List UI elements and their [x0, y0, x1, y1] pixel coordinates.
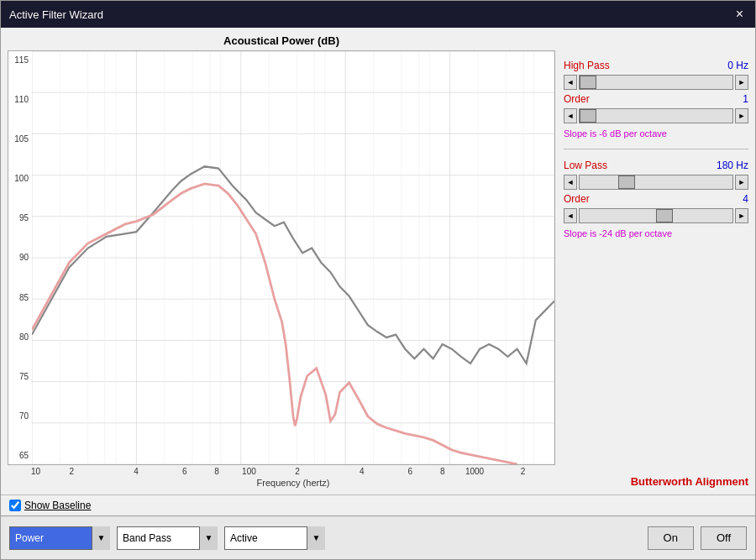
x-axis-title: Frequency (hertz) [8, 478, 555, 488]
high-pass-order-slider-thumb[interactable] [580, 109, 596, 123]
high-pass-slider-row: ◄ ► [564, 75, 748, 90]
high-pass-group: High Pass 0 Hz ◄ ► Order 1 ◄ [564, 60, 748, 139]
power-dropdown[interactable]: Power SPL Impedance [9, 526, 110, 550]
y-label-75: 75 [8, 372, 29, 381]
x-label-2b: 2 [265, 467, 330, 476]
title-bar: Active Filter Wizard × [1, 1, 755, 28]
low-pass-order-slider-thumb[interactable] [656, 209, 673, 222]
y-label-115: 115 [8, 55, 29, 65]
high-pass-order-left-arrow[interactable]: ◄ [564, 108, 577, 123]
low-pass-group: Low Pass 180 Hz ◄ ► Order 4 ◄ [564, 160, 748, 238]
low-pass-order-slider-track[interactable] [579, 208, 733, 223]
show-baseline-group: Show Baseline [9, 500, 91, 511]
y-label-80: 80 [8, 332, 29, 342]
chart-inner: 115 110 105 100 95 90 85 80 75 70 65 [8, 51, 554, 464]
low-pass-order-left-arrow[interactable]: ◄ [564, 208, 577, 223]
low-pass-order-value: 4 [743, 193, 748, 205]
alignment-text: Butterworth Alignment [564, 475, 748, 488]
low-pass-order-right-arrow[interactable]: ► [735, 208, 748, 223]
off-button[interactable]: Off [701, 526, 747, 550]
high-pass-value: 0 Hz [727, 60, 748, 71]
low-pass-order-label: Order [564, 193, 590, 205]
high-pass-order-label-row: Order 1 [564, 93, 748, 105]
y-axis: 115 110 105 100 95 90 85 80 75 70 65 [8, 51, 32, 464]
window-title: Active Filter Wizard [9, 8, 103, 21]
active-dropdown[interactable]: Active Passive Subwoofer [224, 526, 325, 550]
y-label-110: 110 [8, 95, 29, 104]
x-label-2c: 2 [491, 467, 555, 476]
x-label-2a: 2 [39, 467, 104, 476]
low-pass-order-slider-row: ◄ ► [564, 208, 748, 223]
high-pass-order-slider-row: ◄ ► [564, 108, 748, 123]
x-label-100: 100 [233, 467, 265, 476]
baseline-bar: Show Baseline [1, 495, 755, 516]
low-pass-right-arrow[interactable]: ► [735, 175, 748, 190]
controls-spacer [564, 243, 748, 470]
low-pass-order-label-row: Order 4 [564, 193, 748, 205]
high-pass-order-slider-track[interactable] [579, 108, 733, 123]
separator-1 [564, 149, 748, 149]
x-label-6b: 6 [394, 467, 426, 476]
chart-plot [32, 51, 554, 464]
y-label-65: 65 [8, 451, 29, 460]
active-dropdown-wrapper: Active Passive Subwoofer ▼ [224, 526, 325, 550]
high-pass-right-arrow[interactable]: ► [735, 75, 748, 90]
low-pass-value: 180 Hz [717, 160, 748, 171]
x-label-4b: 4 [329, 467, 394, 476]
low-pass-left-arrow[interactable]: ◄ [564, 175, 577, 190]
low-pass-label-row: Low Pass 180 Hz [564, 160, 748, 171]
power-dropdown-wrapper: Power SPL Impedance ▼ [9, 526, 110, 550]
main-content: Acoustical Power (dB) 115 110 105 100 95… [1, 28, 755, 495]
y-label-100: 100 [8, 174, 29, 183]
low-pass-slope: Slope is -24 dB per octave [564, 228, 748, 238]
footer-row: Power SPL Impedance ▼ Band Pass Low Pass… [1, 516, 755, 559]
close-button[interactable]: × [732, 7, 747, 22]
high-pass-order-label: Order [564, 93, 590, 105]
y-label-70: 70 [8, 411, 29, 421]
low-pass-slider-thumb[interactable] [618, 175, 635, 189]
chart-area: Acoustical Power (dB) 115 110 105 100 95… [8, 34, 555, 488]
show-baseline-checkbox[interactable] [9, 500, 21, 511]
high-pass-label: High Pass [564, 60, 610, 71]
high-pass-order-right-arrow[interactable]: ► [735, 108, 748, 123]
x-label-6a: 6 [169, 467, 201, 476]
y-label-105: 105 [8, 134, 29, 144]
on-button[interactable]: On [648, 526, 694, 550]
low-pass-slider-track[interactable] [579, 175, 733, 190]
high-pass-left-arrow[interactable]: ◄ [564, 75, 577, 90]
chart-title: Acoustical Power (dB) [8, 34, 555, 47]
high-pass-slider-track[interactable] [579, 75, 733, 90]
chart-svg [32, 51, 554, 464]
x-label-8a: 8 [201, 467, 233, 476]
y-label-85: 85 [8, 293, 29, 302]
bandpass-dropdown[interactable]: Band Pass Low Pass High Pass All Pass [117, 526, 218, 550]
y-label-95: 95 [8, 213, 29, 222]
high-pass-slider-thumb[interactable] [580, 76, 596, 89]
y-label-90: 90 [8, 253, 29, 262]
controls-area: High Pass 0 Hz ◄ ► Order 1 ◄ [564, 34, 748, 488]
low-pass-label: Low Pass [564, 160, 607, 171]
low-pass-slider-row: ◄ ► [564, 175, 748, 190]
show-baseline-label: Show Baseline [24, 500, 91, 511]
high-pass-label-row: High Pass 0 Hz [564, 60, 748, 71]
bandpass-dropdown-wrapper: Band Pass Low Pass High Pass All Pass ▼ [117, 526, 218, 550]
chart-container: 115 110 105 100 95 90 85 80 75 70 65 [8, 50, 555, 465]
x-axis: 10 2 4 6 8 100 2 4 6 8 1000 2 [8, 467, 555, 476]
x-label-1000: 1000 [459, 467, 491, 476]
main-window: Active Filter Wizard × Acoustical Power … [0, 0, 756, 560]
high-pass-slope: Slope is -6 dB per octave [564, 128, 748, 139]
x-label-4a: 4 [104, 467, 169, 476]
high-pass-order-value: 1 [743, 93, 748, 105]
x-label-8b: 8 [427, 467, 459, 476]
